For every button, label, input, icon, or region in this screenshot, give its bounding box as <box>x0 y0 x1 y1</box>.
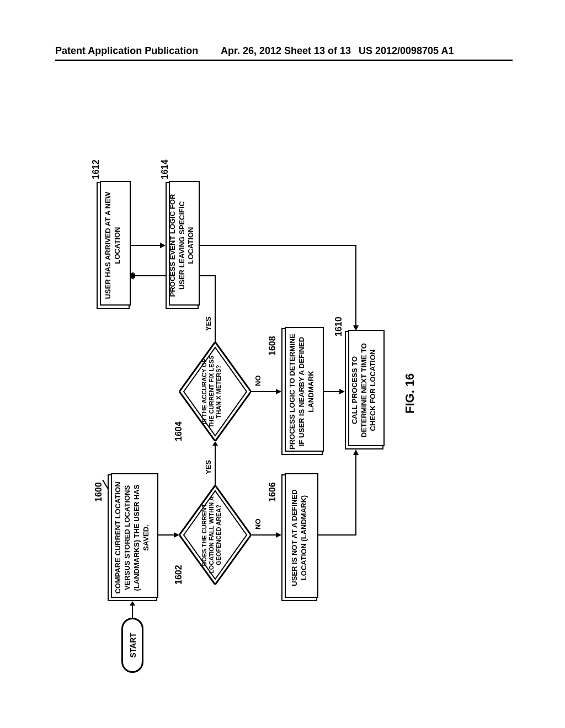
box-1610: CALL PROCESS TO DETERMINE NEXT TIME TO C… <box>345 331 383 449</box>
box-1608: PROCESS LOGIC TO DETERMINE IF USER IS NE… <box>281 328 323 455</box>
diamond-1602: DOES THE CURRENT LOCATION FALL WITHIN A … <box>179 485 251 585</box>
box-1612-text: USER HAS ARRIVED AT A NEW LOCATION <box>104 186 122 304</box>
svg-marker-21 <box>339 389 345 394</box>
header-mid: Apr. 26, 2012 Sheet 13 of 13 <box>221 45 351 57</box>
box-1600: COMPARE CURRENT LOCATION VERSUS STORED L… <box>108 474 157 601</box>
svg-marker-7 <box>212 441 218 446</box>
ref-1606: 1606 <box>268 482 278 502</box>
ref-1612: 1612 <box>91 159 101 179</box>
terminator-start: START <box>121 618 143 673</box>
box-1614: PROCESS EVENT LOGIC FOR USER LEAVING SPE… <box>166 182 199 309</box>
diamond-1604: IS THE ACCURACY OF THE CURRENT FIX LESS … <box>179 342 251 441</box>
page: Patent Application Publication Apr. 26, … <box>0 0 565 728</box>
arrow-1606-1610 <box>317 449 372 538</box>
box-1606-text: USER IS NOT AT A DEFINED LOCATION (LANDM… <box>290 479 309 597</box>
ref-1614: 1614 <box>160 159 170 179</box>
svg-marker-1 <box>130 601 135 606</box>
arrow-1600-1602 <box>157 532 179 538</box>
header-rule <box>55 60 513 61</box>
ref-1610: 1610 <box>334 317 344 336</box>
flowchart: START COMPARE CURRENT LOCATION VERSUS ST… <box>0 165 565 596</box>
diamond-1602-text: DOES THE CURRENT LOCATION FALL WITHIN A … <box>201 495 223 575</box>
ref-1602: 1602 <box>174 565 184 585</box>
start-label: START <box>129 633 137 658</box>
header-left: Patent Application Publication <box>55 45 198 57</box>
box-1610-text: CALL PROCESS TO DETERMINE NEXT TIME TO C… <box>350 335 379 445</box>
arrow-1602-1606 <box>251 532 281 538</box>
header-right: US 2012/0098705 A1 <box>359 45 454 57</box>
arrow-1608-1610 <box>323 389 345 394</box>
label-no-2: NO <box>254 376 262 387</box>
ref-1604: 1604 <box>174 421 184 441</box>
flowchart-inner: START COMPARE CURRENT LOCATION VERSUS ST… <box>77 88 508 673</box>
svg-marker-19 <box>353 449 359 455</box>
svg-marker-18 <box>160 243 166 248</box>
arrow-start-1600 <box>130 601 141 618</box>
box-1600-text: COMPARE CURRENT LOCATION VERSUS STORED L… <box>114 479 151 597</box>
box-1606: USER IS NOT AT A DEFINED LOCATION (LANDM… <box>281 474 317 601</box>
svg-marker-16 <box>276 389 281 394</box>
svg-marker-9 <box>276 532 281 538</box>
figure-label: FIG. 16 <box>403 373 417 414</box>
box-1612: USER HAS ARRIVED AT A NEW LOCATION <box>97 182 130 309</box>
arrow-1602-1604 <box>212 441 223 485</box>
box-1608-text: PROCESS LOGIC TO DETERMINE IF USER IS NE… <box>288 333 316 451</box>
diamond-1604-text: IS THE ACCURACY OF THE CURRENT FIX LESS … <box>201 352 223 431</box>
ref-1608: 1608 <box>268 336 278 356</box>
arrow-1604-1608 <box>251 389 281 394</box>
label-no-1: NO <box>254 519 262 530</box>
label-yes-1: YES <box>204 460 212 474</box>
box-1614-text: PROCESS EVENT LOGIC FOR USER LEAVING SPE… <box>168 186 196 304</box>
svg-marker-3 <box>174 532 179 538</box>
arrow-1612-1614 <box>130 243 166 248</box>
